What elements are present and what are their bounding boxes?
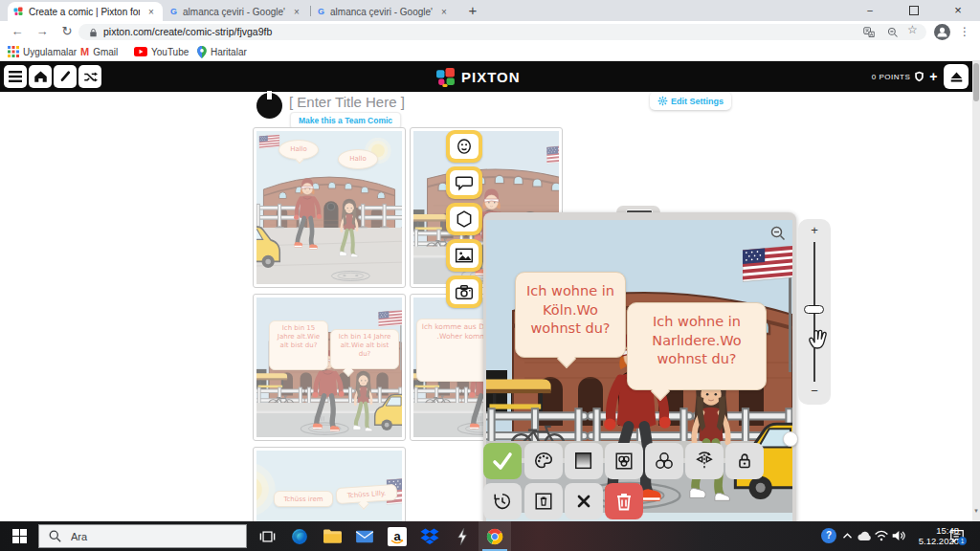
mail-app-button[interactable] — [348, 521, 381, 551]
scrollbar-thumb[interactable] — [973, 63, 979, 101]
background-button[interactable] — [565, 443, 603, 479]
onedrive-cloud-icon[interactable] — [856, 530, 872, 541]
refresh-icon[interactable]: ↻ — [57, 21, 77, 42]
zoom-out-icon[interactable] — [770, 226, 786, 241]
tab-google-search-1[interactable]: G almanca çeviri - Google'da Ara × — [165, 2, 308, 21]
speech-bubble[interactable]: Tchüss irem — [274, 491, 333, 507]
delete-panel-button[interactable] — [524, 483, 563, 519]
pixton-favicon — [13, 7, 23, 16]
chrome-app-button[interactable] — [479, 521, 511, 551]
publish-button[interactable] — [944, 64, 969, 89]
window-minimize-button[interactable]: – — [848, 0, 892, 21]
eject-icon — [949, 71, 964, 83]
amazon-app-button[interactable]: a — [381, 521, 413, 551]
task-view-button[interactable] — [251, 521, 283, 551]
screen: Create a comic | Pixton for Fun × G alma… — [0, 0, 980, 551]
apps-grid-icon — [8, 46, 19, 57]
pixton-brand[interactable]: PIXTON — [435, 61, 521, 92]
omnibox[interactable]: pixton.com/create/comic-strip/fjvga9fb ☆ — [78, 24, 926, 40]
zoom-page-icon[interactable] — [887, 27, 899, 38]
speech-bubble[interactable]: Hallo — [338, 149, 378, 169]
zoom-in-button[interactable]: + — [798, 223, 831, 237]
group-button[interactable] — [645, 443, 683, 479]
file-explorer-button[interactable] — [316, 521, 348, 551]
bookmark-label: YouTube — [151, 47, 189, 57]
maps-pin-icon — [197, 46, 207, 58]
menu-button[interactable] — [4, 65, 27, 88]
tab-google-search-2[interactable]: G almanca çeviri - Google'da Ara × — [312, 2, 456, 21]
edge-app-button[interactable] — [283, 521, 316, 551]
history-button[interactable] — [483, 483, 522, 519]
search-input[interactable] — [69, 530, 226, 543]
check-icon — [491, 451, 514, 472]
shape-tool-button[interactable] — [446, 203, 482, 235]
taskbar-search[interactable] — [38, 524, 247, 548]
editor-speech-bubble-2[interactable]: Ich wohne in Narlıdere.Wo wohnst du? — [627, 302, 767, 390]
flip-button[interactable] — [685, 443, 724, 479]
forward-icon[interactable]: → — [33, 21, 52, 42]
page-scrollbar[interactable]: ▾ — [972, 61, 980, 521]
camera-tool-button[interactable] — [446, 276, 482, 308]
dropbox-app-button[interactable] — [413, 521, 446, 551]
google-favicon: G — [318, 7, 324, 16]
comic-panel-thumb-2[interactable]: Ich bin 15 Jahre alt.Wie alt bist du? Ic… — [253, 294, 406, 441]
comic-panel-thumb-1[interactable]: Hallo Hallo — [253, 127, 406, 288]
edge-icon — [290, 527, 309, 546]
home-icon — [33, 70, 48, 83]
speech-bubble-tool-button[interactable] — [446, 166, 482, 199]
bookmark-apps[interactable]: Uygulamalar — [8, 42, 77, 61]
tray-chevron-up-icon[interactable] — [842, 532, 853, 540]
https-lock-icon — [89, 28, 98, 37]
zoom-slider-thumb[interactable] — [804, 305, 824, 314]
new-tab-button[interactable]: + — [463, 1, 482, 20]
get-help-tray-icon[interactable]: ? — [821, 528, 836, 543]
lock-button[interactable] — [725, 443, 764, 479]
lightning-app-button[interactable] — [446, 521, 479, 551]
bookmark-label: Uygulamalar — [23, 47, 77, 57]
gmail-icon: M — [80, 46, 89, 57]
confirm-button[interactable] — [483, 443, 522, 479]
comic-avatar[interactable] — [256, 93, 282, 119]
wifi-icon[interactable] — [874, 529, 889, 542]
windows-logo-icon — [12, 529, 27, 543]
bookmark-maps[interactable]: Haritalar — [197, 42, 247, 61]
color-button[interactable] — [524, 443, 563, 479]
edit-settings-button[interactable]: Edit Settings — [650, 92, 731, 110]
window-close-button[interactable]: × — [936, 0, 980, 21]
panel-layout-button[interactable] — [605, 443, 643, 479]
window-maximize-button[interactable] — [892, 0, 936, 21]
back-icon[interactable]: ← — [8, 21, 27, 42]
start-button[interactable] — [0, 521, 38, 551]
chrome-menu-icon[interactable]: ⋮ — [955, 21, 974, 42]
tab-close-icon[interactable]: × — [291, 7, 302, 17]
camera-icon — [450, 279, 479, 304]
profile-avatar[interactable] — [934, 24, 950, 40]
speech-bubble[interactable]: Ich bin 14 Jahre alt.Wie alt bist du? — [330, 329, 399, 369]
tab-close-icon[interactable]: × — [145, 7, 157, 17]
points-label: 0 POINTS — [872, 73, 910, 81]
tab-pixton[interactable]: Create a comic | Pixton for Fun × — [8, 2, 163, 21]
zoom-out-button[interactable]: − — [798, 384, 831, 398]
bookmark-youtube[interactable]: YouTube — [134, 42, 189, 61]
bookmark-star-icon[interactable]: ☆ — [907, 23, 918, 36]
delete-button[interactable] — [605, 483, 643, 519]
url-text: pixton.com/create/comic-strip/fjvga9fb — [103, 24, 272, 40]
editor-speech-bubble-1[interactable]: Ich wohne in Köln.Wo wohnst du? — [515, 272, 626, 358]
add-points-icon[interactable]: + — [929, 69, 938, 84]
cancel-button[interactable] — [565, 483, 603, 519]
image-tool-button[interactable] — [446, 239, 482, 272]
home-button[interactable] — [29, 65, 52, 88]
edit-button[interactable] — [54, 65, 77, 88]
lock-icon — [734, 451, 755, 472]
editor-resize-handle[interactable] — [783, 431, 798, 447]
flip-horizontal-icon — [694, 451, 715, 472]
scrollbar-down-icon[interactable]: ▾ — [972, 507, 980, 515]
shuffle-button[interactable] — [78, 65, 101, 88]
bookmark-gmail[interactable]: M Gmail — [80, 42, 118, 61]
tab-close-icon[interactable]: × — [438, 7, 450, 17]
speech-bubble[interactable]: Ich bin 15 Jahre alt.Wie alt bist du? — [269, 320, 328, 370]
translate-icon[interactable] — [863, 27, 875, 38]
pan-hand-icon[interactable] — [806, 325, 829, 351]
character-tool-button[interactable] — [446, 130, 482, 163]
comic-title-placeholder[interactable]: [ Enter Title Here ] — [289, 94, 405, 110]
